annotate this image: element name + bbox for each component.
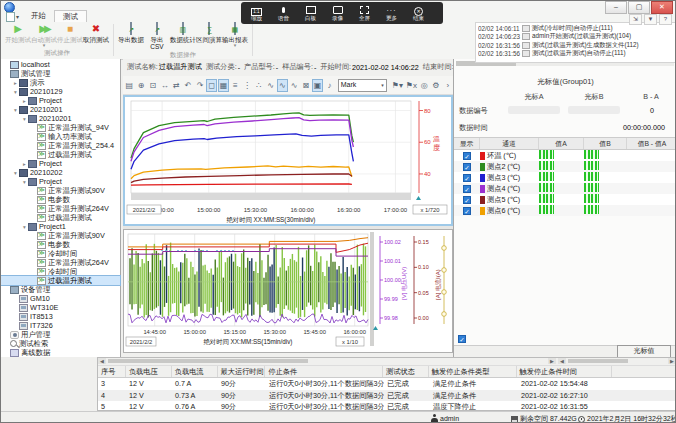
channel-row[interactable]: ✓测点5 (℃) (454, 194, 676, 205)
tree-item-测试管理[interactable]: 测试管理 (1, 69, 120, 78)
redo-zoom-icon[interactable]: ↷ (195, 79, 206, 92)
results-col-触发停止条件时间[interactable]: 触发停止条件时间 (517, 366, 613, 377)
event-log[interactable]: 02/02 14:06:11测试(冷却时间)自动停止(111)02/02 14:… (475, 22, 676, 63)
fit-width-icon[interactable]: ⇄ (171, 79, 182, 92)
curve-icon[interactable]: ∿ (265, 79, 276, 92)
layout-3-3-icon[interactable]: ∴ (253, 79, 264, 92)
curve-alt-icon[interactable]: ∿ (289, 79, 300, 92)
tree-item-20210202[interactable]: ▾20210202 (1, 168, 120, 177)
tree-expander-icon[interactable]: ▸ (21, 161, 28, 167)
table-row[interactable]: 412 V0.73 A90分运行0天0小时30分,11个数据间隔3分已完成满足停… (98, 390, 676, 402)
scroll-right2-icon[interactable]: ▶ (668, 358, 676, 364)
tree-item-用户管理[interactable]: 用户管理 (1, 330, 120, 339)
channel-row[interactable]: ✓环温 (℃) (454, 150, 676, 161)
overlay-白板[interactable]: 白板 (297, 5, 324, 22)
snapshot-icon[interactable]: ▤ (124, 79, 135, 92)
tree-item-WT310E[interactable]: WT310E (1, 303, 120, 312)
layout-3-1-icon[interactable]: ≡ (230, 79, 241, 92)
mark-combo[interactable]: Mark▾ (338, 79, 387, 92)
select-region-icon[interactable]: ⊡ (148, 79, 159, 92)
tree-item-过载温升测试[interactable]: 过载温升测试 (1, 276, 120, 285)
channel-visible-checkbox[interactable]: ✓ (463, 185, 471, 193)
quick-access-caret-icon[interactable]: ▾ (16, 13, 19, 20)
scroll-right-icon[interactable]: ▶ (548, 358, 556, 364)
tree-item-Project[interactable]: ▸Project (1, 159, 120, 168)
marker-panel-icon[interactable]: ▣ (312, 79, 323, 92)
tree-item-设备管理[interactable]: 设备管理 (1, 285, 120, 294)
tree-item-IT8513[interactable]: IT8513 (1, 312, 120, 321)
maximize-button[interactable]: ▢ (628, 1, 650, 14)
flag-clear-icon[interactable]: ⚑x (405, 79, 418, 92)
record-point-icon[interactable]: ◎ (419, 79, 430, 92)
overlay-录像[interactable]: 录像 (324, 5, 351, 22)
save-icon[interactable]: ▼ (644, 14, 657, 25)
pan-horizontal-icon[interactable]: ↔ (159, 79, 170, 92)
results-col-负载电流[interactable]: 负载电流 (172, 366, 218, 377)
tree-item-离线数据[interactable]: 离线数据 (1, 348, 120, 357)
channel-row[interactable]: ✓测点4 (℃) (454, 183, 676, 194)
tree-expander-icon[interactable]: ▸ (21, 98, 28, 104)
undo-zoom-icon[interactable]: ↶ (183, 79, 194, 92)
interval-calc-button[interactable]: 区间演算 (196, 22, 222, 49)
results-col-测试状态[interactable]: 测试状态 (383, 366, 429, 377)
tree-expander-icon[interactable]: ▾ (21, 224, 28, 230)
tree-item-过载温升测试[interactable]: 过载温升测试 (1, 213, 120, 222)
expand-more-icon[interactable]: › (442, 79, 453, 92)
statistics-button[interactable]: 数据统计 (170, 22, 196, 49)
tree-expander-icon[interactable]: ▾ (12, 89, 19, 95)
overlay-结束[interactable]: ✕结束 (405, 5, 432, 22)
quick-access-icon[interactable] (6, 12, 15, 22)
single-graph-icon[interactable]: ◻ (206, 79, 217, 92)
restore-layout-icon[interactable]: ⇲ (629, 14, 642, 25)
results-col-负载电压[interactable]: 负载电压 (126, 366, 172, 377)
results-col-最大运行时间[interactable]: 最大运行时间 (218, 366, 266, 377)
channel-visible-checkbox[interactable]: ✓ (463, 174, 471, 182)
tree-item-Project[interactable]: ▸Project (1, 96, 120, 105)
tree-item-IT7326[interactable]: IT7326 (1, 321, 120, 330)
results-col-停止条件[interactable]: 停止条件 (265, 366, 383, 377)
overlay-语音[interactable]: 语音 (270, 5, 297, 22)
tree-expander-icon[interactable]: ▾ (21, 179, 28, 185)
tab-测试[interactable]: 测试 (54, 10, 87, 22)
settings-gear-icon[interactable]: ⚙ (431, 79, 442, 92)
minimize-button[interactable]: – (605, 1, 627, 14)
channel-row[interactable]: ✓测点6 (℃) (454, 205, 676, 216)
tree-expander-icon[interactable]: ▾ (12, 170, 19, 176)
tree-expander-icon[interactable]: ▾ (12, 107, 19, 113)
channel-visible-checkbox[interactable]: ✓ (463, 207, 471, 215)
table-scrollbar[interactable]: ◀ ▶ ◀ ▶ (98, 358, 676, 366)
channel-row[interactable]: ✓测点3 (℃) (454, 172, 676, 183)
curve-active-icon[interactable]: ∿ (277, 79, 288, 92)
tree-item-测试检索[interactable]: 测试检索 (1, 339, 120, 348)
tab-开始[interactable]: 开始 (23, 10, 54, 21)
overlay-缩放[interactable]: 1:1缩放 (243, 5, 270, 22)
power-chart[interactable]: 14:45:0015:00:0015:15:0015:30:0015:45:00… (123, 229, 453, 353)
table-row[interactable]: 312 V0.7 A90分运行0天0小时30分,11个数据间隔3分已完成满足停止… (98, 378, 676, 390)
tree-item-localhost[interactable]: localhost (1, 60, 120, 69)
channel-visible-checkbox[interactable]: ✓ (463, 196, 471, 204)
overlay-更多[interactable]: ···更多 (378, 5, 405, 22)
close-button[interactable]: ✕ (651, 1, 673, 14)
export-data-button[interactable]: 导出数据 (118, 22, 144, 49)
tree-expander-icon[interactable]: ▾ (21, 116, 28, 122)
tree-item-演示[interactable]: ▸演示 (1, 78, 120, 87)
results-col-序号[interactable]: 序号 (98, 366, 126, 377)
results-col-触发停止条件类型[interactable]: 触发停止条件类型 (429, 366, 517, 377)
scroll-left2-icon[interactable]: ◀ (558, 358, 566, 364)
export-csv-button[interactable]: 导出CSV (144, 22, 170, 49)
trend-chart[interactable]: 14:30:0015:00:0015:30:0016:00:0016:30:00… (123, 95, 453, 226)
grid-graph-icon[interactable]: ▦ (218, 79, 229, 92)
channel-row[interactable]: ✓测点2 (℃) (454, 161, 676, 172)
flag-dropdown-icon[interactable]: ⚑▾ (391, 79, 404, 92)
cancel-button[interactable]: ✖取消测试 (83, 22, 109, 47)
channel-visible-checkbox[interactable]: ✓ (463, 152, 471, 160)
close-view-icon[interactable]: ⊠ (300, 79, 311, 92)
tree-item-20210201[interactable]: ▾20210201 (1, 105, 120, 114)
tree-item-GM10[interactable]: GM10 (1, 294, 120, 303)
tree-expander-icon[interactable]: ▸ (12, 80, 19, 86)
report-button[interactable]: 输出报表▾ (222, 22, 248, 49)
edit-checkbox[interactable]: ✓ (458, 335, 466, 343)
overlay-全屏[interactable]: 全屏 (351, 5, 378, 22)
channel-visible-checkbox[interactable]: ✓ (463, 163, 471, 171)
zoom-in-icon[interactable]: ⊕ (136, 79, 147, 92)
